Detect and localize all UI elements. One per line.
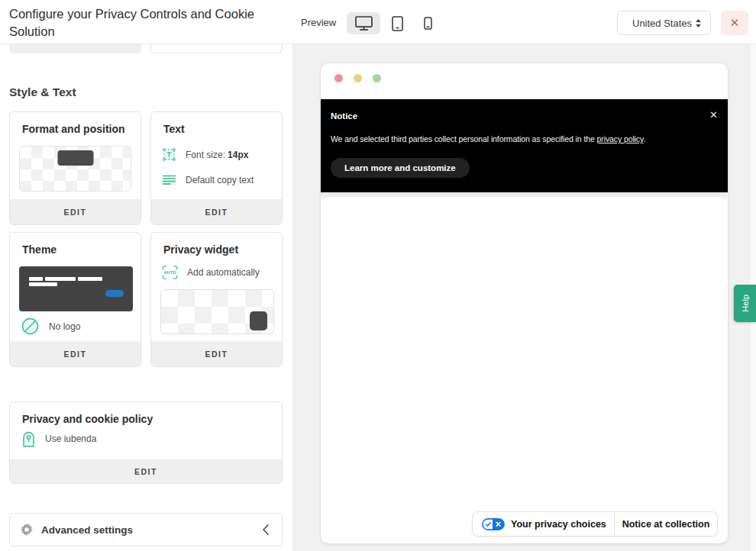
traffic-light-green	[373, 74, 381, 82]
privacy-policy-link[interactable]: privacy policy	[597, 134, 644, 143]
auto-row: AUTO Add automatically	[162, 265, 260, 280]
browser-mockup: Notice ✕ We and selected third parties c…	[321, 63, 728, 543]
tablet-icon	[392, 16, 403, 31]
card-format-position: Format and position EDIT	[9, 111, 141, 225]
settings-sidebar: Style & Text Format and position EDIT Te…	[0, 44, 293, 551]
card-privacy-policy: Privacy and cookie policy Use iubenda ED…	[9, 401, 283, 484]
privacy-choices-label: Your privacy choices	[511, 519, 606, 530]
country-select[interactable]: United States	[617, 11, 711, 35]
desktop-icon	[355, 16, 373, 31]
privacy-choices-button[interactable]: Your privacy choices	[473, 512, 614, 536]
preview-mobile-button[interactable]	[416, 12, 440, 34]
banner-body: We and selected third parties collect pe…	[331, 134, 645, 143]
section-title: Style & Text	[9, 85, 76, 99]
policy-provider-row: Use iubenda	[22, 430, 96, 447]
theme-preview-bar	[29, 277, 43, 281]
policy-edit-button[interactable]: EDIT	[10, 459, 282, 483]
consent-footer-buttons: Your privacy choices Notice at collectio…	[472, 511, 718, 536]
gear-icon	[20, 523, 34, 536]
advanced-settings-toggle[interactable]: Advanced settings	[9, 513, 283, 546]
widget-edit-button[interactable]: EDIT	[151, 341, 282, 366]
page-title: Configure your Privacy Controls and Cook…	[9, 5, 293, 40]
widget-position-chip	[250, 311, 267, 330]
theme-edit-button[interactable]: EDIT	[10, 341, 141, 366]
browser-traffic-lights	[334, 74, 381, 82]
auto-label: Add automatically	[187, 267, 260, 278]
chevron-left-icon	[262, 524, 270, 536]
svg-text:AUTO: AUTO	[163, 270, 176, 275]
traffic-light-red	[334, 74, 343, 82]
theme-preview-bar	[78, 277, 102, 281]
font-size-icon	[162, 147, 176, 162]
mobile-icon	[424, 17, 432, 30]
card-title: Privacy and cookie policy	[22, 413, 153, 425]
country-select-value: United States	[632, 18, 692, 29]
copy-text-row: Default copy text	[162, 174, 254, 186]
theme-preview-button	[105, 290, 124, 297]
card-title: Privacy widget	[163, 243, 238, 256]
auto-icon: AUTO	[162, 265, 178, 280]
font-size-label: Font size:14px	[186, 150, 248, 160]
iubenda-icon	[22, 430, 35, 447]
preview-desktop-button[interactable]	[347, 12, 380, 34]
widget-preview	[160, 289, 274, 334]
card-title: Text	[163, 123, 185, 135]
privacy-choices-icon	[482, 518, 505, 530]
help-tab[interactable]: Help	[734, 285, 756, 322]
close-configurator-button[interactable]: ✕	[721, 11, 748, 35]
configurator-window: Configure your Privacy Controls and Cook…	[0, 0, 756, 551]
card-theme: Theme No logo EDIT	[9, 232, 141, 367]
learn-more-button[interactable]: Learn more and customize	[331, 158, 470, 178]
banner-title: Notice	[331, 111, 357, 121]
no-logo-icon	[21, 317, 40, 336]
preview-label: Preview	[301, 17, 336, 28]
partial-card	[150, 44, 283, 53]
updown-arrows-icon	[695, 18, 702, 28]
partial-card-edit-button[interactable]	[9, 44, 141, 53]
topbar: Configure your Privacy Controls and Cook…	[0, 0, 756, 44]
copy-text-label: Default copy text	[186, 175, 254, 185]
theme-preview-bar	[45, 277, 76, 281]
close-icon: ✕	[709, 109, 718, 121]
cookie-notice-banner: Notice ✕ We and selected third parties c…	[321, 99, 728, 192]
no-logo-label: No logo	[49, 321, 80, 332]
card-privacy-widget: Privacy widget AUTO Add automatically ED…	[150, 232, 283, 367]
format-edit-button[interactable]: EDIT	[10, 199, 141, 224]
close-icon: ✕	[730, 16, 740, 30]
advanced-settings-label: Advanced settings	[41, 524, 133, 536]
policy-provider-label: Use iubenda	[45, 433, 96, 444]
format-preview	[19, 146, 131, 192]
card-text: Text Font size:14px Default copy text ED…	[150, 111, 283, 225]
page-content-sheet	[321, 197, 728, 227]
theme-preview	[19, 266, 133, 311]
copy-text-icon	[162, 174, 176, 186]
preview-tablet-button[interactable]	[386, 12, 409, 34]
traffic-light-yellow	[354, 74, 362, 82]
font-size-row: Font size:14px	[162, 147, 248, 162]
text-edit-button[interactable]: EDIT	[151, 199, 282, 224]
preview-pane: Notice ✕ We and selected third parties c…	[293, 44, 756, 551]
notice-at-collection-button[interactable]: Notice at collection	[615, 512, 717, 536]
banner-position-chip	[57, 150, 93, 166]
card-title: Theme	[22, 243, 57, 256]
banner-close-button[interactable]: ✕	[709, 110, 718, 120]
help-label: Help	[741, 295, 750, 312]
theme-preview-bar	[29, 282, 57, 286]
no-logo-row: No logo	[21, 317, 80, 336]
card-title: Format and position	[22, 123, 125, 135]
